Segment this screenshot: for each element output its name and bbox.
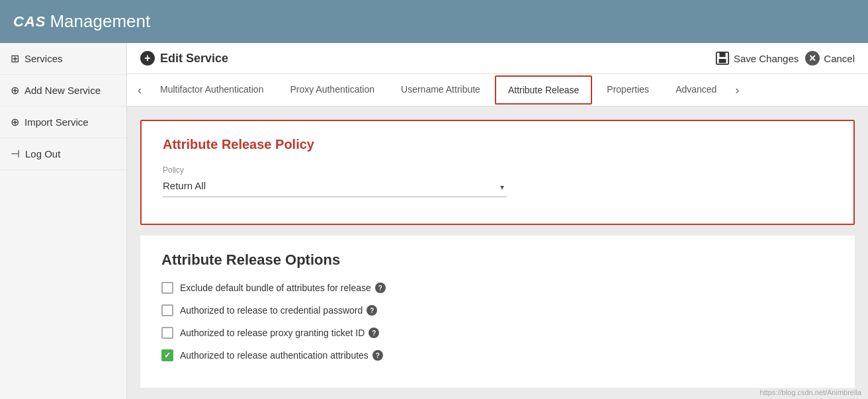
policy-select-wrapper[interactable]: Return All ▾ xyxy=(163,177,507,197)
content-area: + Edit Service Save Changes ✕ Cancel xyxy=(127,43,868,399)
tab-proxy-authentication[interactable]: Proxy Authentication xyxy=(277,75,388,105)
cas-logo: CAS xyxy=(13,13,46,30)
checkbox-exclude-default-box[interactable] xyxy=(161,282,173,294)
sidebar-label-log-out: Log Out xyxy=(25,148,60,159)
tabs-bar: ‹ Multifactor Authentication Proxy Authe… xyxy=(127,74,868,107)
checkbox-auth-proxy-box[interactable] xyxy=(161,327,173,339)
checkbox-exclude-default: Exclude default bundle of attributes for… xyxy=(161,282,834,294)
cancel-label: Cancel xyxy=(824,53,855,64)
grid-icon: ⊞ xyxy=(11,52,19,65)
policy-card-title: Attribute Release Policy xyxy=(163,137,832,152)
watermark: https://blog.csdn.net/Animbrella xyxy=(760,388,861,396)
edit-service-label: Edit Service xyxy=(160,52,228,66)
plus-circle-icon: ⊕ xyxy=(11,84,19,97)
policy-select-arrow: ▾ xyxy=(500,183,504,192)
help-icon-auth-credential[interactable]: ? xyxy=(367,305,377,316)
floppy-disk-icon xyxy=(715,51,730,66)
sidebar-label-add-new-service: Add New Service xyxy=(24,85,101,96)
policy-select-value: Return All xyxy=(163,177,507,194)
help-icon-auth-proxy[interactable]: ? xyxy=(369,328,379,338)
checkbox-auth-authentication: Authorized to release authentication att… xyxy=(161,349,834,361)
svg-rect-1 xyxy=(719,52,725,57)
tab-username-attribute[interactable]: Username Attribute xyxy=(388,75,494,105)
sidebar-item-import-service[interactable]: ⊕ Import Service xyxy=(0,107,126,138)
action-buttons: Save Changes ✕ Cancel xyxy=(715,51,855,66)
checkbox-auth-credential-box[interactable] xyxy=(161,304,173,316)
checkbox-auth-proxy: Authorized to release proxy granting tic… xyxy=(161,327,834,339)
policy-card: Attribute Release Policy Policy Return A… xyxy=(140,120,855,225)
main-layout: ⊞ Services ⊕ Add New Service ⊕ Import Se… xyxy=(0,43,868,399)
cancel-circle-icon: ✕ xyxy=(805,51,820,66)
sidebar-label-services: Services xyxy=(24,53,63,64)
checkbox-auth-proxy-label: Authorized to release proxy granting tic… xyxy=(180,328,365,338)
edit-plus-icon: + xyxy=(140,51,155,66)
import-icon: ⊕ xyxy=(11,116,19,128)
checkbox-auth-credential-label: Authorized to release to credential pass… xyxy=(180,305,363,316)
options-card: Attribute Release Options Exclude defaul… xyxy=(140,236,855,388)
options-card-title: Attribute Release Options xyxy=(161,251,834,269)
action-bar: + Edit Service Save Changes ✕ Cancel xyxy=(127,43,868,74)
save-changes-button[interactable]: Save Changes xyxy=(715,51,799,66)
tab-multifactor-authentication[interactable]: Multifactor Authentication xyxy=(147,75,277,105)
cas-text: CAS xyxy=(13,13,46,30)
checkbox-auth-authentication-label: Authorized to release authentication att… xyxy=(180,350,369,361)
cancel-button[interactable]: ✕ Cancel xyxy=(805,51,855,66)
tab-advanced[interactable]: Advanced xyxy=(662,75,730,105)
top-header: CAS Management xyxy=(0,0,868,43)
checkbox-auth-authentication-box[interactable] xyxy=(161,349,173,361)
checkbox-auth-credential: Authorized to release to credential pass… xyxy=(161,304,834,316)
sidebar-label-import-service: Import Service xyxy=(24,116,89,128)
sidebar-item-add-new-service[interactable]: ⊕ Add New Service xyxy=(0,75,126,107)
help-icon-auth-authentication[interactable]: ? xyxy=(372,350,383,361)
management-title: Management xyxy=(50,11,150,32)
help-icon-exclude-default[interactable]: ? xyxy=(375,283,386,293)
tab-prev-button[interactable]: ‹ xyxy=(132,83,147,97)
tab-attribute-release[interactable]: Attribute Release xyxy=(495,75,592,105)
checkbox-exclude-default-label: Exclude default bundle of attributes for… xyxy=(180,283,371,293)
sidebar: ⊞ Services ⊕ Add New Service ⊕ Import Se… xyxy=(0,43,127,399)
tab-next-button[interactable]: › xyxy=(730,83,744,97)
page-content: Attribute Release Policy Policy Return A… xyxy=(127,107,868,399)
logout-icon: ⊣ xyxy=(11,148,20,160)
svg-rect-2 xyxy=(718,59,726,63)
save-changes-label: Save Changes xyxy=(734,53,799,64)
edit-service-title: + Edit Service xyxy=(140,51,228,66)
policy-field: Policy Return All ▾ xyxy=(163,165,507,197)
tab-properties[interactable]: Properties xyxy=(593,75,662,105)
policy-field-label: Policy xyxy=(163,165,507,175)
sidebar-item-services[interactable]: ⊞ Services xyxy=(0,43,126,75)
sidebar-item-log-out[interactable]: ⊣ Log Out xyxy=(0,138,126,170)
